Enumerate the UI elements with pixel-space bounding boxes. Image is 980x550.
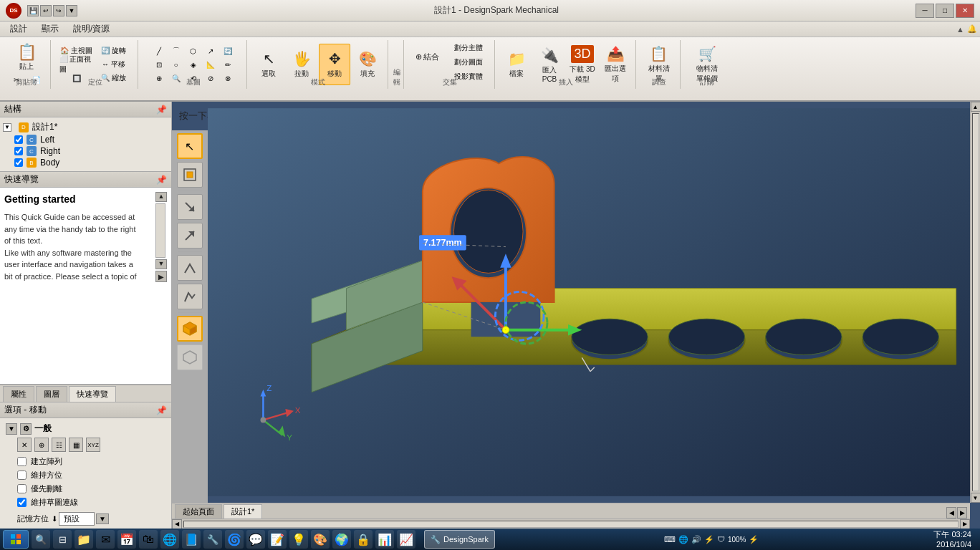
sys-keyboard-icon[interactable]: ⌨	[664, 535, 676, 544]
hscroll-right-button[interactable]: ▶	[960, 519, 970, 529]
sketch-tool-7[interactable]: ○	[168, 58, 184, 71]
canvas-tab-right-arrow[interactable]: ▶	[957, 507, 967, 518]
combine-button[interactable]: ⊕ 結合	[410, 42, 444, 72]
front-view-button[interactable]: ⬜ 正面視圖	[59, 58, 95, 71]
tree-item-right[interactable]: C Right	[3, 145, 168, 157]
canvas-arrow-tool-1[interactable]	[177, 194, 203, 220]
canvas-tab-home[interactable]: 起始頁面	[175, 504, 222, 518]
canvas-3d-tool[interactable]	[177, 316, 203, 342]
menu-view[interactable]: 顯示	[34, 21, 66, 37]
sketch-tool-1[interactable]: ╱	[151, 44, 167, 57]
expand-design[interactable]: ▼	[3, 123, 11, 132]
tree-item-body[interactable]: B Body	[3, 157, 168, 168]
taskbar-chrome-icon[interactable]: 🌐	[160, 530, 179, 549]
opt-icon-4[interactable]: ▦	[69, 438, 83, 452]
structure-pin-icon[interactable]: 📌	[156, 105, 167, 115]
canvas-arrow-tool-2[interactable]	[177, 223, 203, 249]
canvas-tool-2[interactable]	[177, 162, 203, 188]
sketch-tool-2[interactable]: ⌒	[168, 44, 184, 57]
sys-power-icon[interactable]: ⚡	[749, 535, 759, 544]
section-toggle-icon[interactable]: ▼	[6, 423, 17, 435]
start-button[interactable]	[3, 530, 29, 549]
checkbox-keep-sketch[interactable]	[17, 498, 27, 507]
left-checkbox[interactable]	[14, 135, 23, 144]
quickguide-pin-icon[interactable]: 📌	[156, 175, 167, 185]
model-viewport[interactable]: 7.177mm Z X Y	[208, 102, 970, 503]
tree-item-design[interactable]: ▼ D 設計1*	[3, 120, 168, 134]
tab-quickguide[interactable]: 快速導覽	[69, 386, 116, 402]
taskbar-clock[interactable]: 下午 03:24 2016/10/4	[928, 529, 977, 550]
taskbar-app4-icon[interactable]: 📊	[375, 530, 394, 549]
tab-properties[interactable]: 屬性	[3, 386, 34, 402]
redo-btn[interactable]: ↪	[53, 5, 64, 16]
taskbar-facebook-icon[interactable]: 📘	[182, 530, 201, 549]
canvas[interactable]: 按一下參照以平移至該處。選取一個控點以將移動限制為單一方向。 ↖	[172, 102, 980, 529]
hscroll-left-button[interactable]: ◀	[172, 519, 182, 529]
close-button[interactable]: ✕	[956, 4, 974, 18]
sketch-tool-5[interactable]: 🔄	[220, 44, 236, 57]
checkbox-create-array[interactable]	[17, 457, 27, 466]
taskbar-dsm-icon[interactable]: 🔧	[203, 530, 222, 549]
menu-help[interactable]: 說明/資源	[66, 21, 117, 37]
canvas-select-tool[interactable]: ↖	[177, 133, 203, 159]
dropdown-btn[interactable]: ▼	[66, 5, 77, 16]
right-checkbox[interactable]	[14, 147, 23, 155]
preset-dropdown-arrow[interactable]: ▼	[96, 513, 109, 524]
sys-antivirus-icon[interactable]: 🛡	[717, 535, 725, 544]
sys-network-icon[interactable]: 🌐	[678, 535, 688, 544]
sketch-tool-8[interactable]: ◈	[186, 58, 201, 71]
taskbar-taskview-button[interactable]: ⊟	[53, 530, 72, 549]
body-checkbox[interactable]	[14, 158, 23, 167]
preset-dropdown[interactable]: 預設	[59, 512, 95, 526]
taskbar-folder-icon[interactable]: 📁	[75, 530, 93, 549]
checkbox-prefer-remove[interactable]	[17, 484, 27, 493]
taskbar-mail-icon[interactable]: ✉	[96, 530, 115, 549]
sketch-tool-4[interactable]: ↗	[203, 44, 218, 57]
sketch-tool-10[interactable]: ✏	[220, 58, 236, 71]
sketch-tool-9[interactable]: 📐	[203, 58, 218, 71]
nav-up[interactable]: ▲	[956, 25, 964, 34]
taskbar-app2-icon[interactable]: 💡	[289, 530, 308, 549]
vertical-scrollbar[interactable]: ▲ ▼	[970, 102, 980, 503]
options-pin-icon[interactable]: 📌	[156, 405, 167, 415]
split-body-button[interactable]: 劃分主體	[447, 42, 490, 54]
taskbar-paint-icon[interactable]: 🎨	[311, 530, 330, 549]
sys-volume-icon[interactable]: 🔊	[691, 535, 701, 544]
opt-icon-1[interactable]: ✕	[17, 438, 32, 452]
taskbar-store-icon[interactable]: 🛍	[139, 530, 158, 549]
taskbar-ie-icon[interactable]: 🌀	[225, 530, 244, 549]
checkbox-keep-orientation[interactable]	[17, 471, 27, 480]
tab-layers[interactable]: 圖層	[36, 386, 67, 402]
sketch-tool-6[interactable]: ⊡	[151, 58, 167, 71]
undo-btn[interactable]: ↩	[40, 5, 52, 16]
taskbar-search-button[interactable]: 🔍	[32, 530, 50, 549]
pan-button[interactable]: ↔ 平移	[96, 58, 132, 71]
taskbar-app3-icon[interactable]: 🌍	[332, 530, 351, 549]
quickguide-scroll-down[interactable]: ▼	[155, 259, 167, 269]
taskbar-word-icon[interactable]: 📝	[268, 530, 287, 549]
horizontal-scrollbar[interactable]: ◀ ▶	[172, 518, 970, 529]
nav-dn[interactable]: 🔔	[967, 24, 977, 34]
menu-design[interactable]: 設計	[3, 21, 34, 37]
opt-icon-xyz[interactable]: XYZ	[86, 438, 100, 452]
taskbar-dsm-running-button[interactable]: 🔧 DesignSpark	[424, 530, 495, 549]
opt-icon-2[interactable]: ⊕	[34, 438, 49, 452]
maximize-button[interactable]: □	[936, 4, 954, 18]
canvas-tool-3[interactable]	[177, 255, 203, 281]
opt-icon-3[interactable]: ☷	[52, 438, 66, 452]
hscroll-track[interactable]	[183, 521, 959, 528]
quickguide-next-arrow[interactable]: ▶	[155, 271, 167, 282]
canvas-tool-5[interactable]	[177, 344, 203, 370]
taskbar-excel-icon[interactable]: 📈	[397, 530, 415, 549]
paste-button[interactable]: 📋 貼上	[11, 43, 42, 73]
options-section-general[interactable]: ▼ ⚙ 一般	[6, 421, 165, 436]
rotate-button[interactable]: 🔄 旋轉	[96, 44, 132, 57]
split-face-button[interactable]: 劃分圖面	[447, 56, 490, 69]
tree-item-left[interactable]: C Left	[3, 134, 168, 145]
save-btn[interactable]: 💾	[27, 5, 39, 16]
vscroll-track[interactable]	[972, 113, 979, 491]
sys-battery-icon[interactable]: ⚡	[704, 535, 714, 544]
minimize-button[interactable]: ─	[916, 4, 934, 18]
quickguide-scroll-up[interactable]: ▲	[155, 192, 167, 202]
canvas-tab-design[interactable]: 設計1*	[224, 504, 262, 518]
